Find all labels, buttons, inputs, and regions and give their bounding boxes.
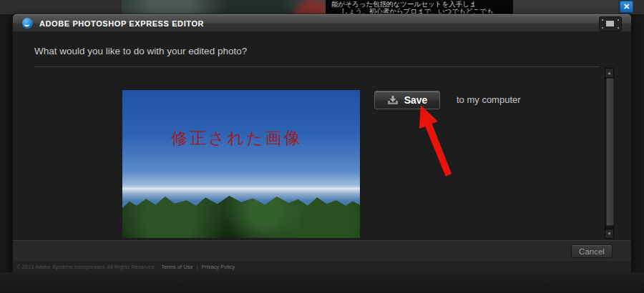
background-text-line2: しょう。初心者からプロまで、いつでもどこでも	[331, 8, 513, 14]
background-page-bottom: Like 7.2M	[0, 272, 644, 293]
dialog-scrollbar[interactable]: ▲ ▼	[605, 68, 614, 239]
background-page-top: 能がそろった包括的なツールセットを入手しま しょう。初心者からプロまで、いつでも…	[0, 0, 644, 14]
scrollbar-up-icon[interactable]: ▲	[605, 69, 613, 78]
save-destination-text: to my computer	[457, 91, 521, 109]
save-button-label: Save	[404, 94, 428, 106]
cancel-button-label: Cancel	[579, 247, 605, 256]
scrollbar-thumb[interactable]	[606, 78, 614, 226]
scrollbar-down-icon[interactable]: ▼	[605, 229, 613, 238]
dialog-title: ADOBE PHOTOSHOP EXPRESS EDITOR	[39, 19, 204, 28]
download-icon	[387, 96, 399, 105]
divider	[34, 66, 600, 67]
background-marketing-text: 能がそろった包括的なツールセットを入手しま しょう。初心者からプロまで、いつでも…	[326, 0, 513, 14]
legal-separator: |	[197, 264, 198, 270]
cancel-button[interactable]: Cancel	[571, 244, 613, 258]
legal-links: Terms of Use | Privacy Policy	[161, 264, 235, 270]
dialog-footer: Cancel	[13, 240, 631, 261]
privacy-policy-link[interactable]: Privacy Policy	[202, 264, 235, 270]
save-dialog: ADOBE PHOTOSHOP EXPRESS EDITOR What woul…	[13, 14, 631, 272]
fullscreen-toggle-icon[interactable]	[599, 16, 622, 31]
dialog-titlebar: ADOBE PHOTOSHOP EXPRESS EDITOR	[13, 14, 631, 31]
edited-photo-preview: 修正された画像	[122, 90, 360, 238]
terms-of-use-link[interactable]: Terms of Use	[161, 264, 192, 270]
photoshop-express-logo-icon	[22, 18, 33, 29]
dialog-prompt: What would you like to do with your edit…	[34, 46, 247, 56]
red-pointer-arrow-icon	[416, 101, 456, 180]
legal-strip: © 2013 Adobe Systems Incorporated. All R…	[13, 261, 631, 272]
background-header-area	[512, 0, 618, 14]
save-button[interactable]: Save	[374, 91, 440, 109]
photo-caption: 修正された画像	[122, 127, 351, 149]
close-glyph: ✕	[623, 2, 630, 11]
copyright-text: © 2013 Adobe Systems Incorporated. All R…	[16, 264, 155, 270]
close-icon[interactable]: ✕	[620, 1, 633, 13]
